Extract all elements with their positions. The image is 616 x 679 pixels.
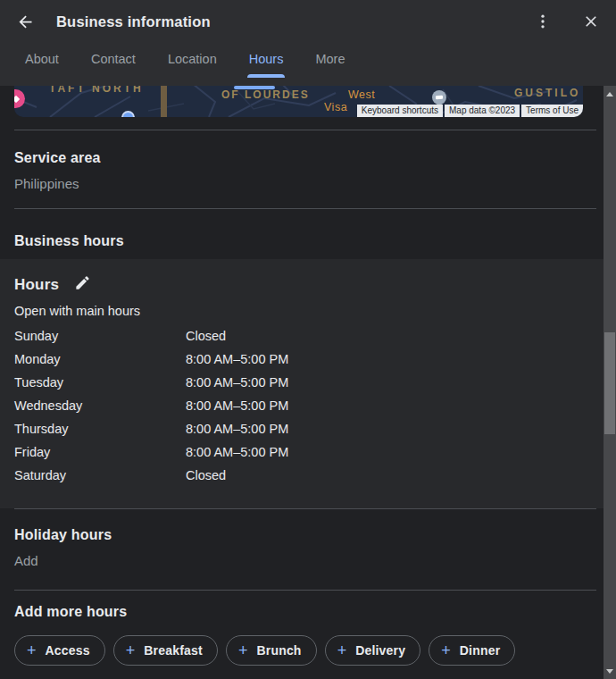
tab-about[interactable]: About <box>25 52 59 82</box>
hours-card-title: Hours <box>14 276 59 293</box>
add-brunch-hours-chip[interactable]: + Brunch <box>226 635 317 666</box>
add-access-hours-chip[interactable]: + Access <box>14 635 105 666</box>
map-label-taft-north: TAFT NORTH <box>49 86 144 95</box>
scrollbar-thumb[interactable] <box>604 332 615 434</box>
active-tab-underline <box>247 74 286 78</box>
terms-of-use-link[interactable]: Terms of Use <box>521 105 583 117</box>
edit-hours-button[interactable] <box>73 275 91 293</box>
table-row: Thursday 8:00 AM–5:00 PM <box>14 423 589 446</box>
divider <box>14 208 596 209</box>
vertical-scrollbar[interactable] <box>604 86 616 679</box>
tab-hours[interactable]: Hours <box>249 52 284 82</box>
plus-icon: + <box>441 642 451 658</box>
table-row: Monday 8:00 AM–5:00 PM <box>14 353 589 376</box>
pencil-edit-icon <box>74 274 91 295</box>
service-area-value[interactable]: Philippines <box>14 177 616 191</box>
map-label-west: West <box>348 88 375 101</box>
map-label-gustilo: GUSTILO <box>514 87 580 99</box>
close-icon <box>582 13 600 30</box>
service-area-title: Service area <box>14 150 616 165</box>
arrow-left-icon <box>16 13 35 31</box>
keyboard-shortcuts-button[interactable]: Keyboard shortcuts <box>357 105 443 117</box>
weekly-hours-table: Sunday Closed Monday 8:00 AM–5:00 PM Tue… <box>14 330 589 492</box>
map-road-segment <box>161 86 167 117</box>
scroll-up-arrow[interactable] <box>604 88 616 100</box>
scroll-down-arrow[interactable] <box>604 665 616 677</box>
plus-icon: + <box>27 642 37 658</box>
map-poi-balloon-icon <box>432 90 446 105</box>
triangle-down-icon <box>606 669 613 674</box>
divider <box>14 590 596 591</box>
tab-location[interactable]: Location <box>168 52 217 82</box>
add-dinner-hours-chip[interactable]: + Dinner <box>429 635 515 666</box>
back-button[interactable] <box>14 11 36 32</box>
header: Business information About Contact Locat… <box>0 0 616 86</box>
add-more-hours-title: Add more hours <box>14 604 616 619</box>
table-row: Wednesday 8:00 AM–5:00 PM <box>14 399 589 423</box>
map-data-attribution: Map data ©2023 <box>445 105 520 117</box>
divider <box>14 508 596 509</box>
hours-type-chips-row-1: + Access + Breakfast + Brunch + Delivery… <box>14 635 616 666</box>
table-row: Sunday Closed <box>14 330 589 353</box>
holiday-hours-add-button[interactable]: Add <box>14 554 616 568</box>
tab-more[interactable]: More <box>315 52 345 82</box>
triangle-up-icon <box>606 92 613 96</box>
hours-card: Hours Open with main hours Sunday Closed… <box>0 259 604 508</box>
add-delivery-hours-chip[interactable]: + Delivery <box>325 635 421 666</box>
add-breakfast-hours-chip[interactable]: + Breakfast <box>113 635 218 666</box>
map-label-visa: Visa <box>324 101 347 113</box>
business-hours-section-title: Business hours <box>14 233 616 248</box>
tab-bar: About Contact Location Hours More <box>0 43 616 82</box>
table-row: Friday 8:00 AM–5:00 PM <box>14 446 589 469</box>
location-map[interactable]: TAFT NORTH OF LOURDES West Visa GUSTILO … <box>14 86 583 117</box>
holiday-hours-title: Holiday hours <box>14 527 616 542</box>
app-bar: Business information <box>0 0 616 43</box>
plus-icon: + <box>337 642 347 658</box>
map-attribution: Keyboard shortcuts Map data ©2023 Terms … <box>355 105 583 117</box>
table-row: Tuesday 8:00 AM–5:00 PM <box>14 376 589 399</box>
plus-icon: + <box>126 642 136 658</box>
hours-status: Open with main hours <box>14 305 589 318</box>
three-dot-menu-icon <box>534 13 552 30</box>
plus-icon: + <box>238 642 248 658</box>
divider <box>14 130 596 130</box>
table-row: Saturday Closed <box>14 469 589 492</box>
tab-contact[interactable]: Contact <box>91 52 136 82</box>
map-label-of-lourdes: OF LOURDES <box>221 88 310 101</box>
close-button[interactable] <box>580 11 602 32</box>
page-title: Business information <box>56 13 211 30</box>
overflow-menu-button[interactable] <box>532 11 554 32</box>
